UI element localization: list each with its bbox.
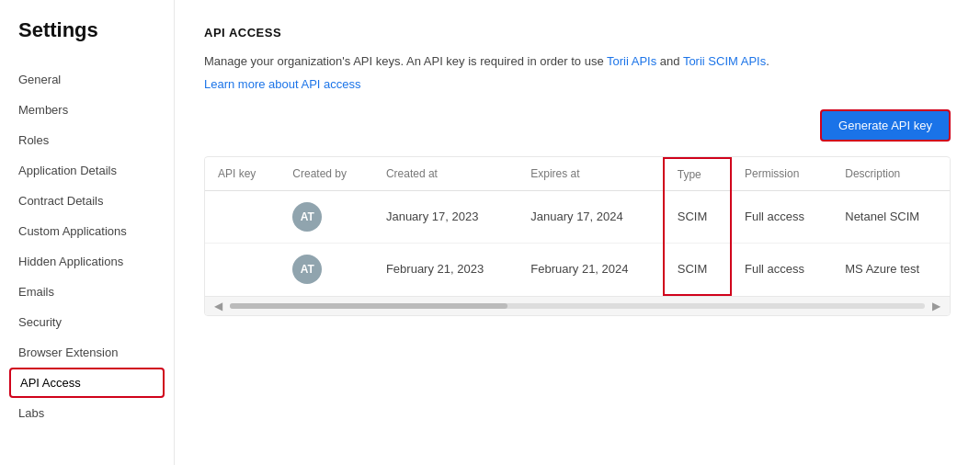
col-header-api-key: API key <box>205 158 279 191</box>
type-value: SCIM <box>678 210 708 223</box>
sidebar-item-api-access[interactable]: API Access <box>9 368 165 398</box>
description-cell: Netanel SCIM <box>832 190 950 243</box>
table-row: ATJanuary 17, 2023January 17, 2024SCIMFu… <box>205 190 950 243</box>
col-header-type: Type <box>664 158 731 191</box>
type-cell: SCIM <box>664 243 731 295</box>
torii-apis-link[interactable]: Torii APIs <box>607 54 656 68</box>
generate-api-key-button[interactable]: Generate API key <box>820 109 951 142</box>
page-title: Settings <box>0 18 174 64</box>
created-at-cell: February 21, 2023 <box>373 243 518 295</box>
col-header-created-by: Created by <box>279 158 373 191</box>
avatar: AT <box>292 202 322 232</box>
table-header-row: API keyCreated byCreated atExpires atTyp… <box>205 158 950 191</box>
sidebar-item-hidden-applications[interactable]: Hidden Applications <box>0 246 174 277</box>
description-cell: MS Azure test <box>832 243 950 295</box>
sidebar-item-contract-details[interactable]: Contract Details <box>0 186 174 216</box>
api-key-cell <box>205 190 279 243</box>
sidebar-item-labs[interactable]: Labs <box>0 398 174 428</box>
sidebar-nav: GeneralMembersRolesApplication DetailsCo… <box>0 64 174 428</box>
api-table-wrapper: API keyCreated byCreated atExpires atTyp… <box>204 156 951 316</box>
created-at-cell: January 17, 2023 <box>373 190 518 243</box>
created-by-cell: AT <box>279 190 373 243</box>
table-row: ATFebruary 21, 2023February 21, 2024SCIM… <box>205 243 950 295</box>
col-header-permission: Permission <box>731 158 832 191</box>
description-text-1: Manage your organization's API keys. An … <box>204 54 607 68</box>
scroll-thumb <box>230 303 507 309</box>
scroll-track[interactable] <box>230 303 925 309</box>
expires-at-cell: January 17, 2024 <box>518 190 664 243</box>
api-table: API keyCreated byCreated atExpires atTyp… <box>205 157 950 296</box>
sidebar-item-security[interactable]: Security <box>0 307 174 337</box>
sidebar-item-emails[interactable]: Emails <box>0 277 174 307</box>
torii-scim-apis-link[interactable]: Torii SCIM APIs <box>683 54 766 68</box>
table-body: ATJanuary 17, 2023January 17, 2024SCIMFu… <box>205 190 950 295</box>
sidebar-item-roles[interactable]: Roles <box>0 125 174 155</box>
api-description: Manage your organization's API keys. An … <box>204 52 951 72</box>
type-value: SCIM <box>678 262 708 276</box>
sidebar-item-custom-applications[interactable]: Custom Applications <box>0 216 174 246</box>
created-by-cell: AT <box>279 243 373 295</box>
learn-more-link[interactable]: Learn more about API access <box>204 77 361 91</box>
horizontal-scrollbar[interactable]: ◀ ▶ <box>205 296 950 315</box>
app-layout: Settings GeneralMembersRolesApplication … <box>0 0 980 465</box>
permission-cell: Full access <box>731 190 832 243</box>
scroll-right-icon[interactable]: ▶ <box>929 300 944 312</box>
table-header: API keyCreated byCreated atExpires atTyp… <box>205 158 950 191</box>
type-cell: SCIM <box>664 190 731 243</box>
main-content: API ACCESS Manage your organization's AP… <box>175 0 980 465</box>
sidebar-item-general[interactable]: General <box>0 64 174 95</box>
generate-btn-row: Generate API key <box>204 109 951 142</box>
description-text-3: . <box>766 54 769 68</box>
permission-cell: Full access <box>731 243 832 295</box>
sidebar: Settings GeneralMembersRolesApplication … <box>0 0 175 465</box>
description-text-2: and <box>656 54 683 68</box>
avatar: AT <box>292 255 322 284</box>
col-header-description: Description <box>832 158 950 191</box>
scroll-left-icon[interactable]: ◀ <box>211 300 226 312</box>
sidebar-item-browser-extension[interactable]: Browser Extension <box>0 337 174 368</box>
col-header-created-at: Created at <box>373 158 518 191</box>
expires-at-cell: February 21, 2024 <box>518 243 664 295</box>
col-header-expires-at: Expires at <box>518 158 664 191</box>
sidebar-item-members[interactable]: Members <box>0 95 174 125</box>
sidebar-item-application-details[interactable]: Application Details <box>0 155 174 186</box>
api-key-cell <box>205 243 279 295</box>
section-title: API ACCESS <box>204 26 951 40</box>
